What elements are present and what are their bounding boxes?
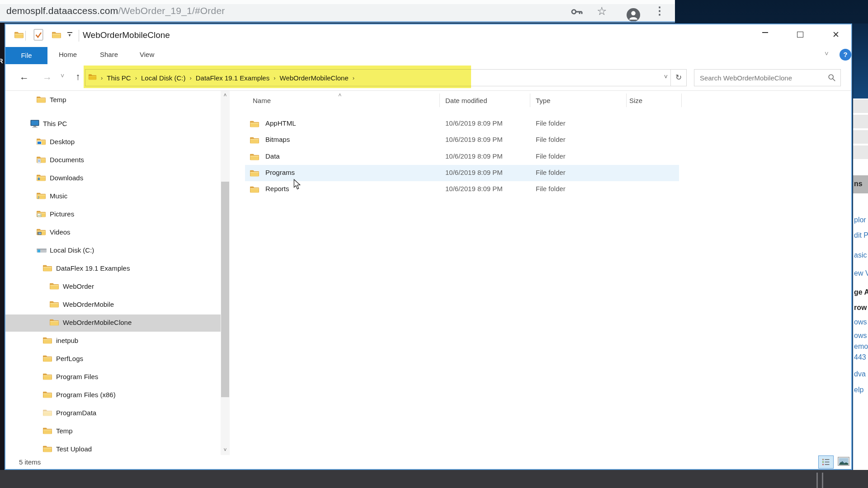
address-dropdown-icon[interactable]: ˅	[664, 73, 668, 80]
folder-icon	[42, 408, 52, 418]
sidebar-item-temp[interactable]: Temp	[5, 92, 221, 109]
page-menu-row	[853, 99, 868, 113]
sidebar-item-webordermobileclone[interactable]: WebOrderMobileClone	[5, 314, 221, 332]
up-button[interactable]: ↑	[75, 71, 80, 82]
sidebar-item-programdata[interactable]: ProgramData	[5, 405, 221, 422]
menu-icon[interactable]: ⋮	[654, 5, 665, 17]
file-type: File folder	[536, 119, 566, 127]
pictures-icon	[36, 210, 46, 220]
qat-customize-icon[interactable]: ▾	[66, 32, 73, 37]
music-icon: ♪	[36, 192, 46, 202]
file-date-modified: 10/6/2019 8:09 PM	[445, 152, 503, 160]
column-header-date-modified[interactable]: Date modified	[445, 97, 487, 104]
scroll-up-icon[interactable]: ˄	[221, 92, 230, 99]
sidebar-item-program-files[interactable]: Program Files	[5, 369, 221, 386]
file-name: Programs	[265, 169, 295, 176]
new-folder-quick-icon[interactable]	[52, 31, 61, 41]
sidebar-item-dataflex-19-1-examples[interactable]: DataFlex 19.1 Examples	[5, 260, 221, 277]
file-type: File folder	[536, 185, 566, 192]
sidebar-item-videos[interactable]: Videos	[5, 224, 221, 241]
breadcrumb-item[interactable]: WebOrderMobileClone	[280, 74, 349, 82]
recent-locations-icon[interactable]: ˅	[61, 72, 64, 80]
page-text-fragment[interactable]: plor	[854, 216, 866, 224]
forward-button[interactable]: →	[42, 71, 52, 82]
key-icon[interactable]	[570, 7, 584, 19]
folder-icon	[250, 153, 259, 163]
close-button[interactable]: ✕	[826, 28, 846, 42]
window-title: WebOrderMobileClone	[83, 30, 170, 40]
page-text-fragment: ge A	[854, 288, 868, 296]
sidebar-item-local-disk-c-[interactable]: Local Disk (C:)	[5, 242, 221, 259]
sidebar-item-inetpub[interactable]: inetpub	[5, 333, 221, 350]
sidebar-item-downloads[interactable]: Downloads	[5, 170, 221, 187]
sidebar-item-label: PerfLogs	[56, 355, 83, 362]
breadcrumb-item[interactable]: This PC	[107, 74, 131, 82]
page-text-fragment[interactable]: dva	[854, 370, 866, 378]
column-header-type[interactable]: Type	[536, 97, 551, 104]
sidebar-item-program-files-x86-[interactable]: Program Files (x86)	[5, 387, 221, 404]
sidebar-item-desktop[interactable]: Desktop	[5, 134, 221, 151]
star-icon[interactable]: ☆	[597, 5, 607, 18]
folder-icon	[42, 354, 52, 364]
page-text-fragment: row	[854, 304, 867, 312]
breadcrumb-item[interactable]: DataFlex 19.1 Examples	[196, 74, 269, 82]
page-text-fragment[interactable]: dit P	[854, 231, 868, 239]
page-text-fragment[interactable]: ew V	[854, 269, 868, 277]
sidebar-item-label: Local Disk (C:)	[50, 246, 94, 254]
breadcrumb-item[interactable]: Local Disk (C:)	[141, 74, 185, 82]
column-header-name[interactable]: Name	[253, 97, 271, 104]
back-button[interactable]: ←	[19, 71, 29, 82]
help-button[interactable]: ?	[840, 49, 851, 61]
address-bar[interactable]: demosplf.dataaccess.com/WebOrder_19_1/#O…	[6, 5, 225, 16]
page-header-block	[853, 23, 868, 99]
page-text-fragment[interactable]: ows	[854, 318, 867, 326]
column-header-size[interactable]: Size	[629, 97, 642, 104]
tab-view[interactable]: View	[140, 51, 154, 58]
details-view-button[interactable]	[818, 455, 834, 469]
tab-share[interactable]: Share	[100, 51, 118, 58]
sidebar-item-webordermobile[interactable]: WebOrderMobile	[5, 296, 221, 314]
file-name: AppHTML	[265, 119, 296, 127]
page-text-fragment[interactable]: ows	[854, 332, 867, 340]
sidebar-item-test-upload[interactable]: Test Upload	[5, 441, 221, 455]
tab-home[interactable]: Home	[59, 51, 77, 58]
properties-quick-icon[interactable]	[33, 29, 43, 42]
breadcrumb[interactable]: ›This PC›Local Disk (C:)›DataFlex 19.1 E…	[85, 69, 671, 86]
sidebar-item-music[interactable]: ♪Music	[5, 188, 221, 205]
page-text-fragment[interactable]: emo	[854, 343, 868, 351]
sidebar-item-weborder[interactable]: WebOrder	[5, 278, 221, 296]
file-row-data[interactable]: Data10/6/2019 8:09 PMFile folder	[245, 149, 679, 165]
refresh-button[interactable]: ↻	[671, 69, 687, 86]
column-divider[interactable]	[681, 94, 682, 107]
file-row-apphtml[interactable]: AppHTML10/6/2019 8:09 PMFile folder	[245, 116, 679, 132]
sidebar-item-temp[interactable]: Temp	[5, 423, 221, 440]
page-menu-row	[853, 130, 868, 144]
this-pc-icon	[29, 119, 40, 131]
maximize-button[interactable]	[790, 28, 810, 42]
tab-file[interactable]: File	[5, 47, 47, 64]
sidebar-item-perflogs[interactable]: PerfLogs	[5, 351, 221, 368]
page-menu-row	[853, 145, 868, 159]
scrollbar-thumb[interactable]	[221, 182, 229, 397]
file-explorer-window: ▾ WebOrderMobileClone ✕ File HomeShareVi…	[5, 23, 852, 470]
sidebar-item-label: Videos	[50, 228, 71, 236]
scroll-down-icon[interactable]: ˅	[221, 447, 230, 453]
column-divider[interactable]	[439, 94, 440, 107]
minimize-button[interactable]	[755, 28, 775, 42]
page-text-fragment[interactable]: asic	[854, 251, 867, 259]
search-box[interactable]	[694, 69, 841, 86]
column-divider[interactable]	[530, 94, 530, 107]
thumbnail-view-button[interactable]	[837, 457, 850, 467]
sidebar-item-this-pc[interactable]: This PC	[5, 116, 221, 133]
sidebar-item-documents[interactable]: Documents	[5, 152, 221, 169]
sidebar-scrollbar[interactable]: ˄ ˅	[221, 91, 230, 455]
sidebar-item-pictures[interactable]: Pictures	[5, 206, 221, 223]
page-text-fragment[interactable]: 443	[854, 353, 866, 361]
chevron-down-icon[interactable]: ˅	[825, 50, 829, 57]
file-row-reports[interactable]: Reports10/6/2019 8:09 PMFile folder	[245, 181, 679, 197]
file-row-bitmaps[interactable]: Bitmaps10/6/2019 8:09 PMFile folder	[245, 132, 679, 148]
search-input[interactable]	[694, 74, 828, 82]
file-row-programs[interactable]: Programs10/6/2019 8:09 PMFile folder	[245, 165, 679, 181]
page-text-fragment[interactable]: elp	[854, 386, 863, 394]
column-divider[interactable]	[626, 94, 627, 107]
